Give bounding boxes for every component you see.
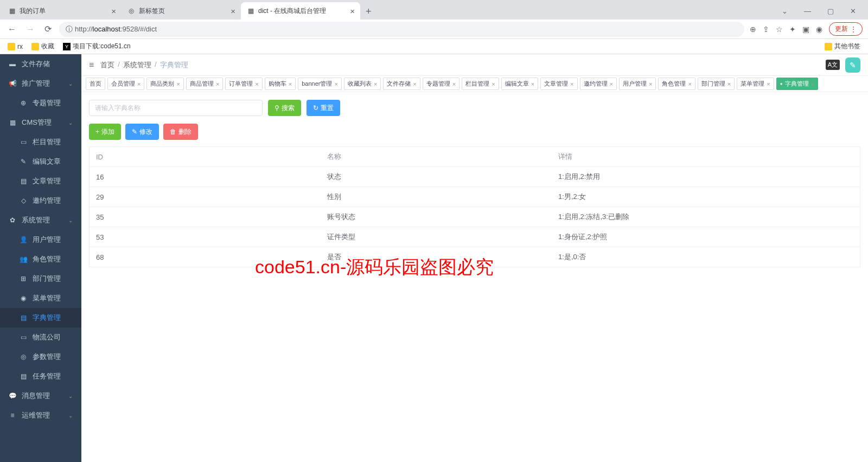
search-button[interactable]: ⚲搜索 xyxy=(268,100,301,116)
sidebar-item-dept[interactable]: ⊞部门管理 xyxy=(0,269,81,288)
add-button[interactable]: +添加 xyxy=(89,124,121,140)
close-icon[interactable]: × xyxy=(727,81,731,87)
view-tab[interactable]: 部门管理× xyxy=(698,78,735,90)
sidebar-item-system[interactable]: ✿系统管理⌄ xyxy=(0,210,81,230)
language-switch[interactable]: A文 xyxy=(826,60,840,70)
edit-button[interactable]: ✎修改 xyxy=(125,124,159,140)
delete-button[interactable]: 🗑删除 xyxy=(163,124,198,140)
close-icon[interactable]: × xyxy=(649,81,652,87)
sidebar-item-task[interactable]: ▤任务管理 xyxy=(0,367,81,386)
window-maximize[interactable]: ▢ xyxy=(824,6,837,16)
close-icon[interactable]: × xyxy=(452,81,456,87)
view-tab[interactable]: 文件存储× xyxy=(383,78,420,90)
view-tab[interactable]: 商品类别× xyxy=(146,78,183,90)
view-tab[interactable]: 角色管理× xyxy=(658,78,695,90)
close-icon[interactable]: × xyxy=(216,81,219,87)
table-row[interactable]: 35账号状态1:启用,2:冻结,3:已删除 xyxy=(90,207,860,227)
view-tab[interactable]: 字典管理× xyxy=(776,78,818,90)
reload-button[interactable]: ⟳ xyxy=(42,22,54,36)
close-icon[interactable]: × xyxy=(137,81,141,87)
sidebar-item-topic[interactable]: ⊕专题管理 xyxy=(0,93,81,113)
close-icon[interactable]: × xyxy=(570,81,573,87)
window-dropdown[interactable]: ⌄ xyxy=(778,6,791,16)
sidepanel-icon[interactable]: ▣ xyxy=(802,25,809,34)
sidebar-item-dict[interactable]: ▤字典管理 xyxy=(0,308,81,328)
sidebar-item-user[interactable]: 👤用户管理 xyxy=(0,230,81,249)
sidebar-item-edit-article[interactable]: ✎编辑文章 xyxy=(0,152,81,171)
view-tab[interactable]: 文章管理× xyxy=(540,78,577,90)
view-tab[interactable]: 菜单管理× xyxy=(737,78,774,90)
view-tab[interactable]: 专题管理× xyxy=(423,78,459,90)
table-row[interactable]: 16状态1:启用,2:禁用 xyxy=(90,167,860,187)
table-row[interactable]: 29性别1:男,2:女 xyxy=(90,187,860,207)
close-icon[interactable]: × xyxy=(226,7,235,16)
hamburger-icon[interactable]: ≡ xyxy=(89,60,94,70)
close-icon[interactable]: × xyxy=(334,81,337,87)
close-icon[interactable]: × xyxy=(374,81,377,87)
sidebar-item-ops[interactable]: ≡运维管理⌄ xyxy=(0,406,81,425)
search-input[interactable] xyxy=(89,100,263,116)
view-tab[interactable]: 收藏列表× xyxy=(344,78,381,90)
site-info-icon[interactable]: ⓘ xyxy=(66,24,73,34)
share-icon[interactable]: ⇪ xyxy=(763,25,769,34)
view-tab[interactable]: 用户管理× xyxy=(619,78,656,90)
back-button[interactable]: ← xyxy=(5,22,18,36)
search-icon[interactable]: ⊕ xyxy=(750,25,756,34)
update-button[interactable]: 更新⋮ xyxy=(829,22,863,36)
close-icon[interactable]: × xyxy=(346,7,355,16)
close-icon[interactable]: × xyxy=(688,81,691,87)
sidebar-item-file-storage[interactable]: ▬文件存储 xyxy=(0,54,81,74)
close-icon[interactable]: × xyxy=(767,81,770,87)
sidebar-item-article[interactable]: ▤文章管理 xyxy=(0,171,81,191)
view-tab[interactable]: 购物车× xyxy=(265,78,296,90)
star-icon[interactable]: ☆ xyxy=(776,25,783,34)
sidebar-item-message[interactable]: 💬消息管理⌄ xyxy=(0,386,81,406)
view-tab[interactable]: 邀约管理× xyxy=(580,78,617,90)
sidebar-item-cms[interactable]: ▦CMS管理⌄ xyxy=(0,113,81,132)
browser-tab-new[interactable]: ◎ 新标签页 × xyxy=(122,2,241,20)
close-icon[interactable]: × xyxy=(492,81,495,87)
extensions-icon[interactable]: ✦ xyxy=(789,25,796,34)
bookmark-other[interactable]: 其他书签 xyxy=(825,42,860,51)
close-icon[interactable]: × xyxy=(531,81,534,87)
close-icon[interactable]: × xyxy=(255,81,258,87)
table-row[interactable]: 53证件类型1:身份证,2:护照 xyxy=(90,227,860,247)
browser-tab-dict[interactable]: ▦ dict - 在线商城后台管理 × xyxy=(241,2,360,20)
sidebar-item-express[interactable]: ▭物流公司 xyxy=(0,328,81,347)
view-tab[interactable]: 商品管理× xyxy=(186,78,223,90)
avatar[interactable]: ✎ xyxy=(845,57,860,73)
close-icon[interactable]: × xyxy=(176,81,180,87)
bookmark-rx[interactable]: rx xyxy=(8,43,23,50)
breadcrumb-system[interactable]: 系统管理 xyxy=(123,60,151,70)
action-buttons: +添加 ✎修改 🗑删除 xyxy=(89,124,860,140)
close-icon[interactable]: × xyxy=(107,7,116,16)
bookmark-download[interactable]: Y项目下载:code51.cn xyxy=(63,42,131,51)
sidebar-item-role[interactable]: 👥角色管理 xyxy=(0,249,81,269)
reset-button[interactable]: ↻重置 xyxy=(307,100,340,116)
new-tab-button[interactable]: + xyxy=(360,4,377,20)
close-icon[interactable]: × xyxy=(289,81,292,87)
forward-button[interactable]: → xyxy=(24,22,37,36)
view-tab[interactable]: 会员管理× xyxy=(107,78,144,90)
window-close[interactable]: ✕ xyxy=(847,6,859,16)
view-tab[interactable]: 编辑文章× xyxy=(501,78,538,90)
browser-tab-orders[interactable]: ▦ 我的订单 × xyxy=(2,2,122,20)
close-icon[interactable]: × xyxy=(610,81,613,87)
sidebar-item-column[interactable]: ▭栏目管理 xyxy=(0,132,81,152)
view-tab[interactable]: 栏目管理× xyxy=(462,78,499,90)
sidebar-item-param[interactable]: ◎参数管理 xyxy=(0,347,81,367)
bookmark-fav[interactable]: 收藏 xyxy=(31,42,54,51)
view-tab[interactable]: banner管理× xyxy=(298,78,342,90)
window-minimize[interactable]: — xyxy=(801,6,814,16)
view-tab[interactable]: 订单管理× xyxy=(225,78,262,90)
sidebar-item-invite[interactable]: ◇邀约管理 xyxy=(0,191,81,210)
table-row[interactable]: 68是否1:是,0:否 xyxy=(90,247,860,267)
close-icon[interactable]: × xyxy=(413,81,416,87)
address-bar[interactable]: ⓘ http://localhost:9528/#/dict xyxy=(59,22,744,37)
breadcrumb-home[interactable]: 首页 xyxy=(100,60,114,70)
view-tab[interactable]: 首页 xyxy=(86,78,105,90)
close-icon[interactable]: × xyxy=(811,81,814,87)
sidebar-item-promotion[interactable]: 📢推广管理⌄ xyxy=(0,74,81,93)
profile-icon[interactable]: ◉ xyxy=(816,25,822,34)
sidebar-item-menu[interactable]: ◉菜单管理 xyxy=(0,288,81,308)
